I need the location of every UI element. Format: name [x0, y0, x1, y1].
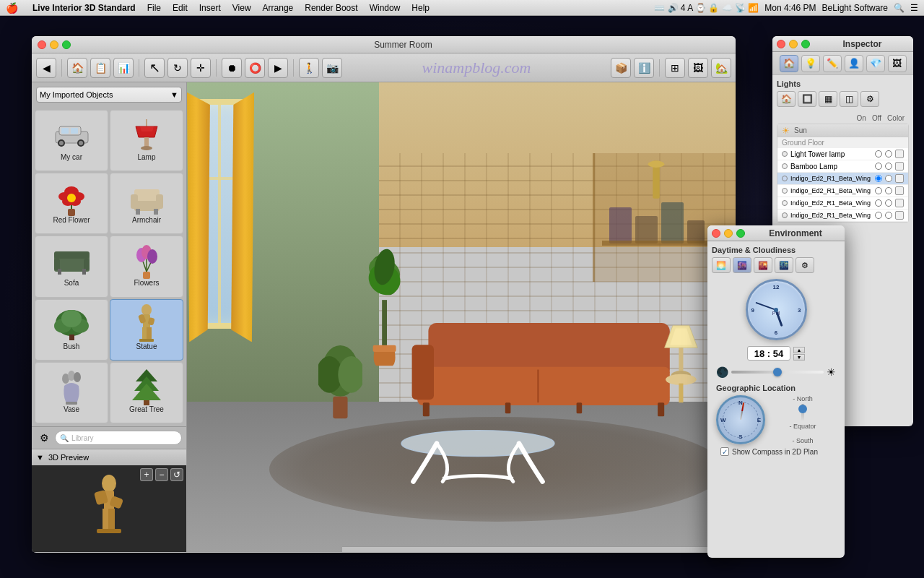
object-item-great-tree[interactable]: Great Tree [110, 362, 183, 423]
close-button[interactable] [38, 40, 46, 49]
light-item-bamboo[interactable]: Bamboo Lamp [777, 160, 908, 173]
object-item-statue[interactable]: Statue [110, 299, 183, 361]
light-btn-2[interactable]: 🔲 [798, 91, 816, 107]
inspector-tab-frame[interactable]: 🖼 [888, 55, 907, 72]
light-on-radio-4[interactable] [875, 187, 882, 194]
env-btn-5[interactable]: ⚙ [796, 257, 814, 273]
gear-button[interactable]: ⚙ [36, 430, 52, 446]
list-view-btn[interactable]: 📋 [90, 58, 110, 78]
env-btn-2[interactable]: 🌆 [733, 257, 751, 273]
inspector-tab-edit[interactable]: ✏️ [823, 55, 842, 72]
minimize-button[interactable] [50, 40, 58, 49]
menu-window[interactable]: Window [370, 3, 401, 13]
apple-menu[interactable]: 🍎 [6, 2, 18, 14]
record-btn[interactable]: ⏺ [222, 58, 242, 78]
env-btn-3[interactable]: 🌇 [754, 257, 772, 273]
object-item-sofa[interactable]: Sofa [35, 236, 108, 297]
lat-thumb[interactable] [798, 405, 807, 413]
light-off-radio-1[interactable] [885, 150, 892, 158]
move-btn[interactable]: ✛ [191, 58, 211, 78]
light-color-swatch-5[interactable] [895, 199, 904, 207]
inspector-maximize-btn[interactable] [801, 40, 810, 48]
light-btn-3[interactable]: ▦ [819, 91, 837, 107]
env-close-btn[interactable] [712, 229, 720, 238]
light-color-swatch-3[interactable] [895, 174, 904, 183]
slider-thumb[interactable] [773, 368, 782, 376]
menu-render[interactable]: Render Boost [305, 3, 357, 13]
light-on-radio-2[interactable] [875, 163, 882, 170]
light-btn-5[interactable]: ⚙ [860, 91, 879, 107]
menu-insert[interactable]: Insert [199, 3, 221, 13]
back-btn[interactable]: ◀ [36, 58, 56, 78]
menu-view[interactable]: View [232, 3, 251, 13]
light-btn-4[interactable]: ◫ [840, 91, 858, 107]
light-btn-1[interactable]: 🏠 [777, 91, 796, 107]
object-item-my-car[interactable]: My car [35, 110, 108, 171]
object-item-flowers[interactable]: Flowers [110, 236, 183, 297]
light-color-swatch-4[interactable] [895, 186, 904, 195]
house-btn[interactable]: 🏡 [711, 58, 731, 78]
floor-plan-btn[interactable]: 🏠 [67, 58, 87, 78]
object-item-red-flower[interactable]: Red Flower [35, 173, 108, 234]
zoom-in-btn[interactable]: + [140, 468, 153, 481]
inspector-tab-person[interactable]: 👤 [845, 55, 863, 72]
maximize-button[interactable] [62, 40, 71, 49]
light-off-radio-4[interactable] [885, 187, 892, 194]
person-btn[interactable]: 🚶 [299, 58, 319, 78]
light-item-indigo-4[interactable]: Indigo_Ed2_R1_Beta_Wing [777, 210, 908, 222]
light-item-indigo-2[interactable]: Indigo_Ed2_R1_Beta_Wing [777, 185, 908, 197]
menu-edit[interactable]: Edit [173, 3, 188, 13]
grid-btn[interactable]: ⊞ [665, 58, 685, 78]
object-item-vase[interactable]: Vase [35, 362, 108, 423]
cube-btn[interactable]: 📦 [611, 58, 631, 78]
menu-list-icon[interactable]: ☰ [910, 3, 918, 13]
menu-help[interactable]: Help [411, 3, 430, 13]
library-search[interactable]: 🔍 Library [55, 431, 182, 445]
object-item-lamp[interactable]: Lamp [110, 110, 183, 171]
light-color-swatch-6[interactable] [895, 211, 904, 220]
main-viewport[interactable] [187, 82, 736, 552]
select-btn[interactable]: ↖ [144, 58, 165, 78]
inspector-close-btn[interactable] [777, 40, 785, 48]
time-input[interactable] [747, 346, 790, 361]
light-item-tower[interactable]: Light Tower lamp [777, 148, 908, 160]
zoom-out-btn[interactable]: − [155, 468, 168, 481]
light-on-radio-3[interactable] [875, 175, 882, 182]
light-color-swatch-1[interactable] [895, 150, 904, 158]
light-off-radio-3[interactable] [885, 175, 892, 182]
light-on-radio-1[interactable] [875, 150, 882, 158]
inspector-tab-home[interactable]: 🏠 [780, 55, 798, 72]
scroll-indicator[interactable] [342, 546, 736, 552]
circle-btn[interactable]: ⭕ [245, 58, 265, 78]
inspector-tab-gem[interactable]: 💎 [866, 55, 885, 72]
light-item-indigo-3[interactable]: Indigo_Ed2_R1_Beta_Wing [777, 197, 908, 210]
menu-arrange[interactable]: Arrange [263, 3, 294, 13]
menu-file[interactable]: File [147, 3, 161, 13]
view2d-btn[interactable]: 🖼 [688, 58, 708, 78]
time-step-down[interactable]: ▼ [793, 354, 805, 361]
info-btn[interactable]: ℹ️ [634, 58, 654, 78]
time-step-up[interactable]: ▲ [793, 347, 805, 353]
3d-view-btn[interactable]: 📊 [113, 58, 134, 78]
show-compass-checkbox[interactable]: ✓ [720, 447, 729, 456]
light-off-radio-6[interactable] [885, 212, 892, 219]
light-off-radio-5[interactable] [885, 199, 892, 207]
imported-objects-dropdown[interactable]: My Imported Objects ▼ [36, 87, 182, 103]
env-maximize-btn[interactable] [736, 229, 745, 238]
light-item-indigo-1[interactable]: Indigo_Ed2_R1_Beta_Wing [777, 173, 908, 185]
light-on-radio-5[interactable] [875, 199, 882, 207]
camera-btn[interactable]: 📷 [322, 58, 342, 78]
light-off-radio-2[interactable] [885, 163, 892, 170]
env-btn-1[interactable]: 🌅 [712, 257, 731, 273]
lat-track[interactable] [801, 404, 804, 421]
light-on-radio-6[interactable] [875, 212, 882, 219]
play-btn[interactable]: ▶ [268, 58, 288, 78]
inspector-minimize-btn[interactable] [789, 40, 798, 48]
inspector-tab-light[interactable]: 💡 [801, 55, 820, 72]
env-minimize-btn[interactable] [724, 229, 733, 238]
object-item-bush[interactable]: Bush [35, 299, 108, 361]
menu-search-icon[interactable]: 🔍 [894, 3, 905, 13]
brightness-slider[interactable] [731, 371, 824, 374]
compass-rose[interactable]: N S E W [716, 395, 765, 444]
refresh-btn[interactable]: ↺ [170, 468, 183, 481]
